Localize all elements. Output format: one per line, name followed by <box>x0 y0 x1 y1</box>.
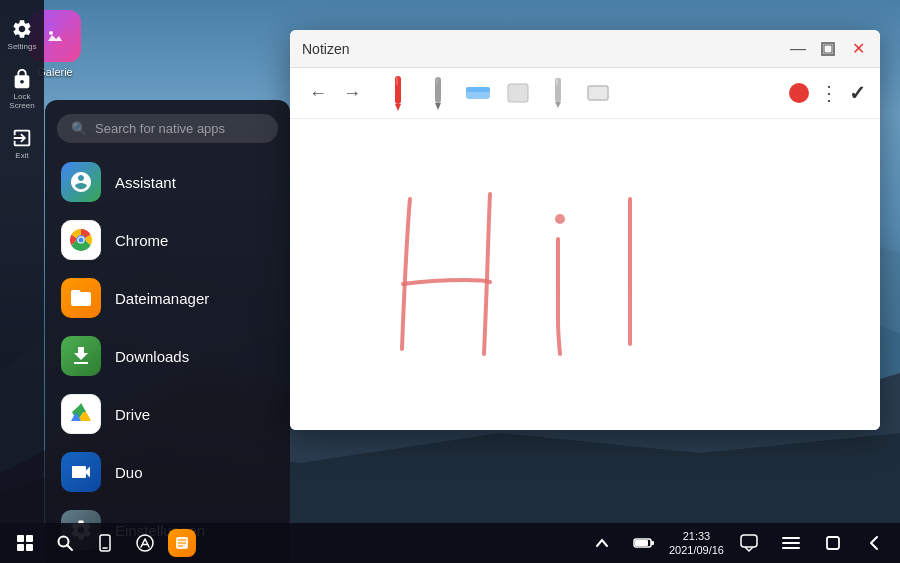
taskbar-search-button[interactable] <box>48 526 82 560</box>
app-drawer: 🔍 Search for native apps Assistant <box>45 100 290 563</box>
grid-icon <box>16 534 34 552</box>
close-button[interactable]: ✕ <box>848 39 868 59</box>
handwriting-svg <box>290 119 880 430</box>
svg-line-36 <box>67 545 72 550</box>
notes-icon <box>174 535 190 551</box>
search-icon: 🔍 <box>71 121 87 136</box>
svg-rect-34 <box>26 544 33 551</box>
date-display: 2021/09/16 <box>669 543 724 557</box>
svg-point-7 <box>49 31 53 35</box>
svg-rect-33 <box>17 544 24 551</box>
svg-point-6 <box>41 22 69 50</box>
downloads-icon <box>61 336 101 376</box>
dateimanager-icon <box>61 278 101 318</box>
svg-rect-32 <box>26 535 33 542</box>
svg-rect-16 <box>824 45 832 53</box>
app-item-downloads[interactable]: Downloads <box>45 327 290 385</box>
svg-rect-24 <box>466 87 490 92</box>
svg-rect-46 <box>635 540 648 546</box>
taskbar-grid-button[interactable] <box>8 526 42 560</box>
notizen-window: Notizen — ✕ ← → <box>290 30 880 430</box>
pen-red-tool[interactable] <box>382 74 414 112</box>
taskbar-notes-button[interactable] <box>168 529 196 557</box>
exit-label: Exit <box>15 151 28 161</box>
app-item-chrome[interactable]: Chrome <box>45 211 290 269</box>
app-item-duo[interactable]: Duo <box>45 443 290 501</box>
phone-icon <box>96 534 114 552</box>
taskbar-battery <box>627 526 661 560</box>
maximize-button[interactable] <box>818 39 838 59</box>
sidebar-lockscreen[interactable]: Lock Screen <box>0 60 44 119</box>
chrome-name: Chrome <box>115 232 168 249</box>
check-button[interactable]: ✓ <box>849 81 866 105</box>
app-list: Assistant Chrome <box>45 153 290 559</box>
taskbar-appstore-button[interactable] <box>128 526 162 560</box>
drive-name: Drive <box>115 406 150 423</box>
sidebar-exit[interactable]: Exit <box>0 119 44 169</box>
taskbar-menu[interactable] <box>774 526 808 560</box>
app-item-drive[interactable]: Drive <box>45 385 290 443</box>
svg-point-39 <box>137 535 153 551</box>
svg-point-13 <box>79 238 84 243</box>
chevron-up-icon <box>595 536 609 550</box>
appstore-icon <box>136 534 154 552</box>
toolbar-nav: ← → <box>304 81 366 106</box>
taskbar-back[interactable] <box>858 526 892 560</box>
downloads-name: Downloads <box>115 348 189 365</box>
svg-rect-52 <box>827 537 839 549</box>
taskbar-right: 21:33 2021/09/16 <box>585 526 892 560</box>
svg-marker-22 <box>435 103 441 110</box>
svg-rect-27 <box>556 79 558 85</box>
duo-icon <box>61 452 101 492</box>
record-button[interactable] <box>789 83 809 103</box>
search-placeholder: Search for native apps <box>95 121 225 136</box>
duo-name: Duo <box>115 464 143 481</box>
svg-point-30 <box>555 214 565 224</box>
minimize-button[interactable]: — <box>788 39 808 59</box>
svg-rect-48 <box>741 535 757 547</box>
eraser-tool[interactable] <box>462 74 494 112</box>
search-bar[interactable]: 🔍 Search for native apps <box>57 114 278 143</box>
battery-icon <box>633 536 655 550</box>
drive-icon <box>61 394 101 434</box>
shape-tool[interactable] <box>582 74 614 112</box>
svg-marker-28 <box>555 102 561 108</box>
lock-icon <box>11 68 33 90</box>
assistant-icon <box>61 162 101 202</box>
stamp-tool[interactable] <box>502 74 534 112</box>
chat-icon <box>739 533 759 553</box>
redo-button[interactable]: → <box>338 81 366 106</box>
pencil-tool[interactable] <box>542 74 574 112</box>
window-controls: — ✕ <box>788 39 868 59</box>
svg-rect-47 <box>651 541 654 545</box>
sidebar-settings[interactable]: Settings <box>0 10 44 60</box>
dateimanager-name: Dateimanager <box>115 290 209 307</box>
menu-icon <box>781 535 801 551</box>
taskbar-phone-button[interactable] <box>88 526 122 560</box>
svg-marker-19 <box>395 104 401 111</box>
more-button[interactable]: ⋮ <box>819 81 839 105</box>
exit-icon <box>11 127 33 149</box>
svg-rect-31 <box>17 535 24 542</box>
gallery-icon-svg <box>40 21 70 51</box>
taskbar-time: 21:33 2021/09/16 <box>669 529 724 558</box>
svg-rect-18 <box>396 77 398 85</box>
undo-button[interactable]: ← <box>304 81 332 106</box>
taskbar-chevron-up[interactable] <box>585 526 619 560</box>
app-item-dateimanager[interactable]: Dateimanager <box>45 269 290 327</box>
toolbar-right: ⋮ ✓ <box>789 81 866 105</box>
settings-label: Settings <box>8 42 37 52</box>
taskbar-recent-apps[interactable] <box>816 526 850 560</box>
settings-icon <box>11 18 33 40</box>
taskbar-chat[interactable] <box>732 526 766 560</box>
app-item-assistant[interactable]: Assistant <box>45 153 290 211</box>
window-toolbar: ← → <box>290 68 880 119</box>
window-title: Notizen <box>302 41 349 57</box>
back-icon <box>867 535 883 551</box>
taskbar: 21:33 2021/09/16 <box>0 523 900 563</box>
assistant-name: Assistant <box>115 174 176 191</box>
pen-gray-tool[interactable] <box>422 74 454 112</box>
svg-rect-29 <box>588 86 608 100</box>
note-canvas[interactable] <box>290 119 880 430</box>
window-titlebar: Notizen — ✕ <box>290 30 880 68</box>
